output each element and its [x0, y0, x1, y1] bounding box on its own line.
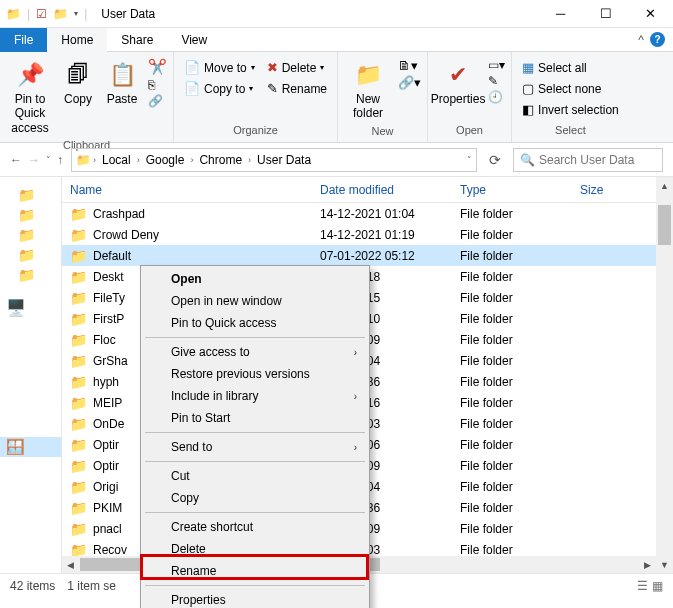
details-view-icon[interactable]: ☰	[637, 579, 648, 593]
copy-button[interactable]: 🗐 Copy	[58, 58, 98, 108]
scroll-thumb[interactable]	[658, 205, 671, 245]
tree-item[interactable]: 📁	[0, 205, 61, 225]
tree-item[interactable]: 🖥️	[0, 297, 61, 317]
chevron-icon[interactable]: ›	[248, 155, 251, 165]
tab-home[interactable]: Home	[47, 28, 107, 52]
ctx-properties[interactable]: Properties	[143, 589, 367, 608]
ctx-open[interactable]: Open	[143, 268, 367, 290]
file-name: FileTy	[93, 291, 125, 305]
cut-icon[interactable]: ✂️	[148, 58, 167, 76]
tab-share[interactable]: Share	[107, 28, 167, 52]
ctx-open-new-window[interactable]: Open in new window	[143, 290, 367, 312]
chevron-icon[interactable]: ›	[190, 155, 193, 165]
ctx-delete[interactable]: Delete	[143, 538, 367, 560]
history-icon[interactable]: 🕘	[488, 90, 505, 104]
breadcrumb-seg[interactable]: Google	[142, 153, 189, 167]
folder-icon: 📁	[70, 290, 87, 306]
col-type[interactable]: Type	[452, 183, 572, 197]
invert-selection-button[interactable]: ◧Invert selection	[518, 100, 623, 119]
properties-button[interactable]: ✔ Properties	[434, 58, 482, 108]
tree-item[interactable]: 📁	[0, 265, 61, 285]
move-to-button[interactable]: 📄Move to▾	[180, 58, 259, 77]
tree-item[interactable]: 📁	[0, 245, 61, 265]
new-item-icon[interactable]: 🗎▾	[398, 58, 421, 73]
search-input[interactable]: 🔍 Search User Data	[513, 148, 663, 172]
scroll-left-icon[interactable]: ◀	[62, 556, 79, 573]
ctx-rename[interactable]: Rename	[143, 560, 367, 582]
new-folder-icon: 📁	[353, 60, 383, 90]
copy-to-button[interactable]: 📄Copy to▾	[180, 79, 259, 98]
file-name: MEIP	[93, 396, 122, 410]
col-date[interactable]: Date modified	[312, 183, 452, 197]
back-button[interactable]: ←	[10, 153, 22, 167]
file-type: File folder	[452, 333, 572, 347]
file-row[interactable]: 📁Default07-01-2022 05:12File folder	[62, 245, 673, 266]
ctx-cut[interactable]: Cut	[143, 465, 367, 487]
easy-access-icon[interactable]: 🔗▾	[398, 75, 421, 90]
select-all-button[interactable]: ▦Select all	[518, 58, 623, 77]
file-type: File folder	[452, 417, 572, 431]
rename-button[interactable]: ✎Rename	[263, 79, 331, 98]
new-folder-button[interactable]: 📁 New folder	[344, 58, 392, 123]
address-dropdown-icon[interactable]: ˅	[467, 155, 472, 165]
tab-view[interactable]: View	[167, 28, 221, 52]
pin-quick-access-button[interactable]: 📌 Pin to Quick access	[6, 58, 54, 137]
tree-item[interactable]: 🪟	[0, 437, 61, 457]
title-bar: 📁 | ☑ 📁 ▾ | User Data ─ ☐ ✕	[0, 0, 673, 28]
collapse-ribbon-icon[interactable]: ^	[638, 33, 644, 47]
file-type: File folder	[452, 375, 572, 389]
select-none-button[interactable]: ▢Select none	[518, 79, 623, 98]
col-name[interactable]: Name	[62, 183, 312, 197]
tree-item[interactable]: 📁	[0, 225, 61, 245]
forward-button[interactable]: →	[28, 153, 40, 167]
breadcrumb-seg[interactable]: Chrome	[195, 153, 246, 167]
vertical-scrollbar[interactable]: ▲ ▼	[656, 177, 673, 573]
paste-button[interactable]: 📋 Paste	[102, 58, 142, 108]
nav-tree[interactable]: 📁 📁 📁 📁 📁 🖥️ 🪟	[0, 177, 62, 573]
tab-file[interactable]: File	[0, 28, 47, 52]
address-bar[interactable]: 📁 › Local › Google › Chrome › User Data …	[71, 148, 477, 172]
file-name: PKIM	[93, 501, 122, 515]
folder-icon: 📁	[70, 437, 87, 453]
delete-button[interactable]: ✖Delete▾	[263, 58, 331, 77]
refresh-button[interactable]: ⟳	[485, 152, 505, 168]
tree-item[interactable]: 📁	[0, 185, 61, 205]
open-icon[interactable]: ▭▾	[488, 58, 505, 72]
ctx-copy[interactable]: Copy	[143, 487, 367, 509]
file-row[interactable]: 📁Crashpad14-12-2021 01:04File folder	[62, 203, 673, 224]
help-icon[interactable]: ?	[650, 32, 665, 47]
copy-path-icon[interactable]: ⎘	[148, 78, 167, 92]
up-button[interactable]: ↑	[57, 153, 63, 167]
ctx-restore-versions[interactable]: Restore previous versions	[143, 363, 367, 385]
separator	[145, 461, 365, 462]
search-placeholder: Search User Data	[539, 153, 634, 167]
edit-icon[interactable]: ✎	[488, 74, 505, 88]
ctx-include-library[interactable]: Include in library›	[143, 385, 367, 407]
ctx-send-to[interactable]: Send to›	[143, 436, 367, 458]
scroll-right-icon[interactable]: ▶	[639, 556, 656, 573]
maximize-button[interactable]: ☐	[583, 0, 628, 28]
ctx-give-access[interactable]: Give access to›	[143, 341, 367, 363]
pin-icon: 📌	[15, 60, 45, 90]
dropdown-icon[interactable]: ▾	[74, 9, 78, 18]
file-type: File folder	[452, 438, 572, 452]
ctx-pin-start[interactable]: Pin to Start	[143, 407, 367, 429]
paste-shortcut-icon[interactable]: 🔗	[148, 94, 167, 108]
col-size[interactable]: Size	[572, 183, 632, 197]
recent-dropdown[interactable]: ˅	[46, 155, 51, 165]
chevron-icon[interactable]: ›	[93, 155, 96, 165]
breadcrumb-seg[interactable]: User Data	[253, 153, 315, 167]
minimize-button[interactable]: ─	[538, 0, 583, 28]
scroll-down-icon[interactable]: ▼	[656, 556, 673, 573]
breadcrumb-seg[interactable]: Local	[98, 153, 135, 167]
thumbnails-view-icon[interactable]: ▦	[652, 579, 663, 593]
chevron-icon[interactable]: ›	[137, 155, 140, 165]
file-row[interactable]: 📁Crowd Deny14-12-2021 01:19File folder	[62, 224, 673, 245]
file-name: Crashpad	[93, 207, 145, 221]
separator	[145, 432, 365, 433]
ctx-create-shortcut[interactable]: Create shortcut	[143, 516, 367, 538]
checkbox-icon[interactable]: ☑	[36, 7, 47, 21]
close-button[interactable]: ✕	[628, 0, 673, 28]
scroll-up-icon[interactable]: ▲	[656, 177, 673, 194]
ctx-pin-quick-access[interactable]: Pin to Quick access	[143, 312, 367, 334]
